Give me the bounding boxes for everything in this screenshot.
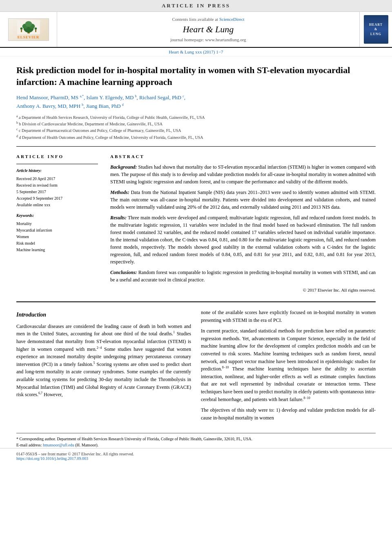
article-title: Risk prediction model for in-hospital mo… (16, 65, 376, 88)
elsevier-logo-area: ELSEVIER (0, 12, 57, 47)
right-para2: In current practice, standard statistica… (201, 327, 376, 403)
abstract-methods: Methods: Data from the National Inpatien… (110, 189, 376, 211)
methods-label: Methods: (110, 190, 129, 195)
article-info-column: ARTICLE INFO Article history: Received 2… (16, 153, 98, 293)
info-abstract-columns: ARTICLE INFO Article history: Received 2… (16, 153, 376, 293)
svg-rect-8 (21, 29, 22, 32)
keyword-mortality: Mortality (16, 221, 98, 227)
right-para3: The objectives of this study were to: 1)… (201, 406, 376, 421)
email-link[interactable]: hmansoor@ufl.edu (43, 443, 74, 447)
abstract-title: ABSTRACT (110, 153, 376, 160)
history-label: Article history: (16, 167, 98, 174)
svg-point-5 (25, 21, 32, 27)
background-text: Studies had shown that mortality due to … (110, 164, 376, 185)
corresponding-author-note: * Corresponding author. Department of He… (16, 436, 376, 442)
main-content: Risk prediction model for in-hospital mo… (0, 56, 392, 433)
conclusions-text: Random forest was comparable to logistic… (110, 270, 376, 283)
journal-logo-right: HEART & LUNG (359, 12, 392, 47)
conclusions-label: Conclusions: (110, 270, 137, 275)
methods-text: Data from the National Inpatient Sample … (110, 190, 376, 210)
footer-doi: https://doi.org/10.1016/j.hrtlng.2017.09… (16, 456, 376, 461)
info-divider (16, 164, 98, 164)
footer-issn: 0147-9563/$ – see front matter © 2017 El… (16, 452, 376, 456)
elsevier-tree-icon (16, 20, 41, 34)
elsevier-logo: ELSEVIER (8, 18, 49, 41)
affiliation-c: c c Department of Pharmaceutical Outcome… (16, 127, 376, 134)
homepage-url: www.heartandlung.org (205, 37, 246, 42)
background-label: Background: (110, 164, 137, 170)
keyword-ml: Machine learning (16, 247, 98, 253)
journal-title: Heart & Lung (183, 24, 234, 35)
page-footer: 0147-9563/$ – see front matter © 2017 El… (0, 448, 392, 464)
authors-line: Hend Mansoor, PharmD, MS a,*, Islam Y. E… (16, 94, 376, 111)
accepted-date: Accepted 9 September 2017 (16, 195, 98, 202)
body-columns: Introduction Cardiovascular diseases are… (16, 309, 376, 425)
intro-para1: Cardiovascular diseases are considered t… (16, 323, 191, 399)
affiliation-b: b b Division of Cardiovascular Medicine,… (16, 120, 376, 127)
article-info-section: ARTICLE INFO Article history: Received 2… (16, 153, 98, 253)
article-info-label: ARTICLE INFO (16, 153, 98, 161)
received-date: Received 20 April 2017 (16, 176, 98, 182)
svg-point-6 (20, 27, 22, 30)
sciencedirect-line: Contents lists available at ScienceDirec… (172, 17, 244, 22)
abstract-results: Results: Three main models were develope… (110, 214, 376, 265)
abstract-conclusions: Conclusions: Random forest was comparabl… (110, 269, 376, 283)
body-right-col: none of the available scores have explic… (201, 309, 376, 425)
abstract-column: ABSTRACT Background: Studies had shown t… (110, 153, 376, 293)
sciencedirect-link[interactable]: ScienceDirect (219, 17, 245, 22)
svg-rect-9 (35, 29, 36, 32)
results-label: Results: (110, 215, 127, 221)
affiliation-a: a a Department of Health Services Resear… (16, 114, 376, 120)
right-para1: none of the available scores have explic… (201, 309, 376, 324)
email-note: E-mail address: hmansoor@ufl.edu (H. Man… (16, 442, 376, 448)
journal-logo-box: HEART & LUNG (364, 15, 388, 44)
available-date: Available online xxx (16, 202, 98, 208)
journal-header-center: Contents lists available at ScienceDirec… (57, 12, 359, 47)
affiliation-d: d d Department of Health Outcomes and Po… (16, 134, 376, 140)
banner-text: ARTICLE IN PRESS (162, 2, 230, 9)
abstract-copyright: © 2017 Elsevier Inc. All rights reserved… (110, 287, 376, 294)
journal-logo-text: HEART & LUNG (369, 22, 383, 36)
elsevier-name-text: ELSEVIER (18, 35, 40, 39)
journal-header: ELSEVIER Contents lists available at Sci… (0, 12, 392, 48)
results-text: Three main models were developed and com… (110, 215, 376, 265)
citation-text: Heart & Lung xxx (2017) 1−7 (169, 49, 223, 54)
body-left-col: Introduction Cardiovascular diseases are… (16, 309, 191, 425)
section-divider (16, 301, 376, 302)
keyword-women: Women (16, 234, 98, 240)
keywords-label: Keywords: (16, 212, 98, 219)
affiliations: a a Department of Health Services Resear… (16, 114, 376, 147)
article-in-press-banner: ARTICLE IN PRESS (0, 0, 392, 12)
citation-line: Heart & Lung xxx (2017) 1−7 (0, 48, 392, 56)
footnote-area: * Corresponding author. Department of He… (16, 433, 376, 448)
svg-point-7 (34, 27, 37, 30)
intro-heading: Introduction (16, 310, 191, 319)
journal-homepage: journal homepage: www.heartandlung.org (170, 37, 246, 42)
revised-date: Received in revised formReceived in revi… (16, 182, 98, 195)
abstract-section: ABSTRACT Background: Studies had shown t… (110, 153, 376, 293)
keyword-risk: Risk model (16, 240, 98, 247)
elsevier-logo-box: ELSEVIER (8, 18, 49, 41)
abstract-background: Background: Studies had shown that morta… (110, 163, 376, 185)
keyword-mi: Myocardial infarction (16, 227, 98, 234)
doi-link[interactable]: https://doi.org/10.1016/j.hrtlng.2017.09… (16, 456, 88, 461)
